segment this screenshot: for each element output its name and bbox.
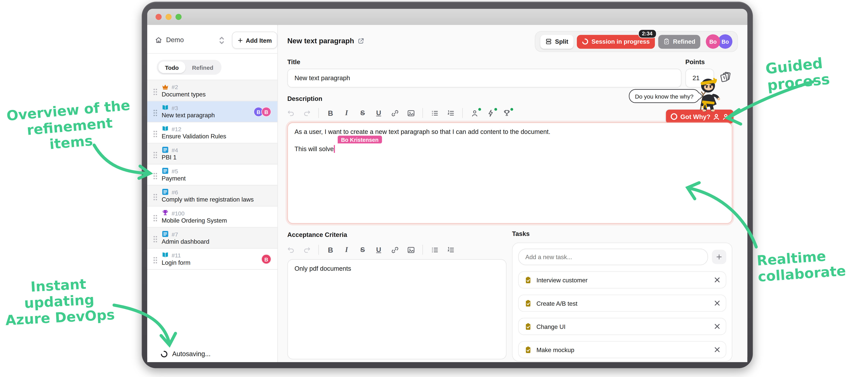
split-button[interactable]: Split <box>540 35 573 49</box>
description-line: This will solve Bo Kristensen <box>294 145 725 153</box>
item-id: #7 <box>172 230 178 237</box>
ordered-list-icon[interactable] <box>446 108 455 118</box>
item-id: #2 <box>172 83 178 90</box>
bullet-list-icon[interactable] <box>430 108 439 118</box>
list-item[interactable]: #6 Comply with time registration laws <box>147 186 277 207</box>
drag-handle-icon[interactable] <box>153 214 157 224</box>
list-item[interactable]: #4 PBI 1 <box>147 144 277 164</box>
plus-icon <box>238 37 243 43</box>
why-tooltip: Do you know the why? <box>629 89 700 103</box>
description-label: Description <box>287 95 322 102</box>
list-item-selected[interactable]: #3 New text paragraph B B <box>147 101 277 122</box>
remove-task-button[interactable] <box>714 323 720 329</box>
list-item[interactable]: #2 Document types <box>147 80 277 101</box>
project-switcher[interactable]: Demo <box>155 31 184 48</box>
italic-icon[interactable]: I <box>342 108 351 118</box>
title-input[interactable] <box>287 69 681 87</box>
minimize-button[interactable] <box>165 14 172 20</box>
add-item-button[interactable]: Add Item <box>232 31 277 49</box>
list-item[interactable]: #7 Admin dashboard <box>147 228 277 249</box>
undo-icon[interactable] <box>286 245 295 255</box>
drag-handle-icon[interactable] <box>153 108 157 119</box>
drag-handle-icon[interactable] <box>153 130 157 140</box>
pbi-icon <box>162 167 169 174</box>
chevron-up-down-icon[interactable] <box>218 35 225 46</box>
refined-button[interactable]: Refined <box>658 35 700 49</box>
redo-icon[interactable] <box>302 245 311 255</box>
annotation-overview: Overview of therefinement items <box>2 97 138 156</box>
remove-task-button[interactable] <box>714 300 720 306</box>
book-icon <box>162 104 169 111</box>
task-row[interactable]: Interview customer <box>518 271 726 288</box>
list-item[interactable]: #5 Payment <box>147 164 277 186</box>
why-tooltip-text: Do you know the why? <box>635 93 693 99</box>
task-row[interactable]: Make mockup <box>518 341 726 358</box>
item-id: #11 <box>172 252 181 258</box>
avatar: B <box>261 254 272 264</box>
list-item[interactable]: #12 Ensure Validation Rules <box>147 122 277 144</box>
assign-user-icon[interactable] <box>470 108 479 118</box>
online-dot <box>510 108 513 111</box>
task-title: Interview customer <box>536 277 588 283</box>
ordered-list-icon[interactable] <box>446 245 455 255</box>
strikethrough-icon[interactable]: S <box>358 245 367 255</box>
task-title: Make mockup <box>536 346 575 353</box>
maximize-button[interactable] <box>176 14 182 20</box>
description-line: As a user, I want to create a new text p… <box>294 128 725 135</box>
underline-icon[interactable]: U <box>374 245 383 255</box>
close-button[interactable] <box>156 14 162 20</box>
item-title: Admin dashboard <box>162 238 209 245</box>
session-in-progress-button[interactable]: Session in progress 2:34 <box>577 35 654 49</box>
tab-todo[interactable]: Todo <box>158 61 185 73</box>
drag-handle-icon[interactable] <box>153 88 157 98</box>
bullet-list-icon[interactable] <box>430 245 439 255</box>
new-task-input[interactable] <box>518 249 708 265</box>
image-icon[interactable] <box>406 108 415 118</box>
description-editor[interactable]: As a user, I want to create a new text p… <box>287 122 733 224</box>
redo-icon[interactable] <box>302 108 311 118</box>
quick-action-icon[interactable] <box>486 108 495 118</box>
project-name: Demo <box>166 36 184 44</box>
pbi-icon <box>162 146 169 153</box>
task-title: Create A/B test <box>536 300 578 307</box>
add-task-button[interactable] <box>712 250 726 264</box>
strikethrough-icon[interactable]: S <box>358 108 367 118</box>
drag-handle-icon[interactable] <box>153 235 157 245</box>
item-id: #100 <box>172 210 185 216</box>
link-icon[interactable] <box>390 245 399 255</box>
task-row[interactable]: Create A/B test <box>518 294 726 312</box>
bold-icon[interactable]: B <box>326 245 335 255</box>
undo-icon[interactable] <box>286 108 295 118</box>
external-link-icon[interactable] <box>358 37 364 44</box>
underline-icon[interactable]: U <box>374 108 383 118</box>
pbi-icon <box>162 188 169 195</box>
drag-handle-icon[interactable] <box>153 256 157 266</box>
task-clipboard-icon <box>524 299 532 307</box>
list-item[interactable]: #11 Login form B <box>147 249 277 270</box>
image-icon[interactable] <box>406 245 415 255</box>
list-item[interactable]: #100 Mobile Ordering System <box>147 207 277 228</box>
item-title: Document types <box>162 91 206 97</box>
split-label: Split <box>555 38 568 45</box>
task-clipboard-icon <box>524 322 532 330</box>
task-row[interactable]: Change UI <box>518 318 726 335</box>
annotation-realtime-collaborate: Realtimecollaborate <box>756 247 847 285</box>
acceptance-criteria-editor[interactable]: Only pdf documents <box>287 259 506 359</box>
avatar: B <box>261 107 272 117</box>
avatar[interactable]: Bo <box>706 34 720 49</box>
item-title: Mobile Ordering System <box>162 217 227 224</box>
session-label: Session in progress <box>592 38 650 45</box>
link-icon[interactable] <box>390 108 399 118</box>
tab-refined[interactable]: Refined <box>185 61 220 73</box>
remove-task-button[interactable] <box>714 277 720 283</box>
sidebar-divider <box>277 25 278 362</box>
drag-handle-icon[interactable] <box>153 193 157 203</box>
remove-task-button[interactable] <box>714 347 720 353</box>
acceptance-criteria-toolbar: B I S U <box>286 242 455 257</box>
online-dot <box>478 108 481 111</box>
drag-handle-icon[interactable] <box>153 151 157 161</box>
drag-handle-icon[interactable] <box>153 171 157 182</box>
bold-icon[interactable]: B <box>326 108 335 118</box>
italic-icon[interactable]: I <box>342 245 351 255</box>
goal-trophy-icon[interactable] <box>502 108 511 118</box>
